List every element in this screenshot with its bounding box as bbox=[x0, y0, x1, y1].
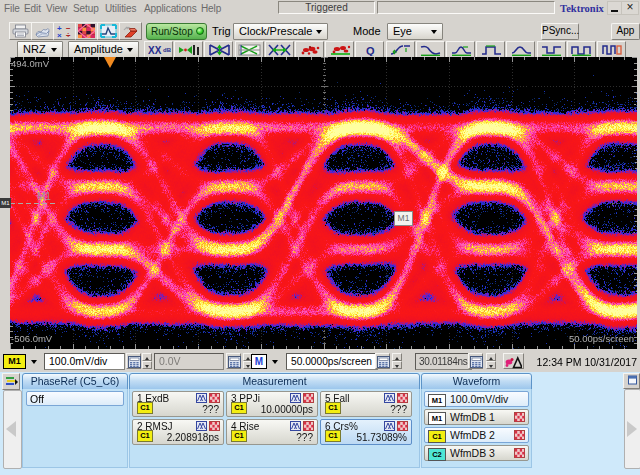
mode-select[interactable]: Eye bbox=[387, 23, 443, 40]
keypad-icon[interactable] bbox=[226, 353, 241, 369]
source-badge: C1 bbox=[137, 402, 153, 414]
measurement-panel-header[interactable]: Measurement bbox=[129, 373, 420, 390]
panel-scroll-right[interactable] bbox=[624, 389, 640, 469]
panel-menu-button[interactable] bbox=[2, 373, 20, 390]
math-button[interactable]: +−×÷ bbox=[53, 22, 76, 40]
chevron-down-icon[interactable] bbox=[27, 354, 41, 368]
chevron-down-icon[interactable] bbox=[268, 354, 282, 368]
phaseref-item-off[interactable]: Off bbox=[26, 391, 124, 406]
vertical-source-badge[interactable]: M1 bbox=[3, 354, 26, 369]
horizontal-scale-spinner[interactable] bbox=[392, 353, 402, 369]
status-cell-empty bbox=[377, 1, 555, 14]
menu-view[interactable]: View bbox=[46, 3, 67, 14]
waveform-position-marker[interactable]: M1 bbox=[0, 198, 11, 208]
trigger-source-select[interactable]: Clock/Prescale bbox=[233, 23, 328, 40]
svg-text:÷: ÷ bbox=[66, 31, 71, 38]
close-button[interactable]: × bbox=[621, 1, 639, 15]
scale-readout-bar: M1 100.0mV/div 0.0V M 50.0000ps/screen 3… bbox=[0, 349, 640, 372]
panel-scroll-left[interactable] bbox=[3, 390, 22, 469]
measurement-cell-3[interactable]: 5 FallC1??? bbox=[320, 391, 412, 417]
run-stop-button[interactable]: Run/Stop bbox=[146, 23, 207, 40]
vertical-scale-field[interactable]: 100.0mV/div bbox=[44, 353, 125, 370]
horizontal-delay-field[interactable]: 30.01184ns bbox=[415, 353, 472, 370]
source-badge: C1 bbox=[231, 402, 247, 414]
psync-button[interactable]: PSync... bbox=[541, 23, 579, 40]
print-icon bbox=[10, 23, 31, 38]
phaseref-panel-header[interactable]: PhaseRef (C5_C6) bbox=[22, 373, 128, 390]
trig-label: Trig bbox=[212, 25, 231, 37]
horizontal-scale-field[interactable]: 50.0000ps/screen bbox=[286, 353, 378, 370]
measure-category-select[interactable]: Amplitude bbox=[68, 41, 139, 58]
keypad-icon[interactable] bbox=[126, 353, 141, 369]
vertical-scale-spinner[interactable] bbox=[142, 353, 152, 369]
waveform-item-1[interactable]: M1100.0mV/div bbox=[424, 391, 529, 407]
svg-text:×: × bbox=[57, 31, 62, 38]
svg-text:XX: XX bbox=[148, 45, 162, 56]
measurement-cell-6[interactable]: 6 Crs%C151.73089% bbox=[320, 419, 412, 445]
keypad-icon bbox=[127, 354, 140, 370]
panel-restore-button[interactable] bbox=[623, 373, 640, 389]
jitter-alert-icon bbox=[504, 354, 523, 371]
menu-setup[interactable]: Setup bbox=[73, 3, 99, 14]
minimize-button[interactable] bbox=[607, 1, 622, 15]
chevron-down-icon[interactable] bbox=[313, 25, 325, 38]
spin-up-icon[interactable] bbox=[486, 353, 496, 361]
menu-utilities[interactable]: Utilities bbox=[105, 3, 136, 14]
chevron-down-icon[interactable] bbox=[428, 25, 440, 38]
spin-down-icon[interactable] bbox=[142, 361, 152, 369]
measurement-panel-body: 1 ExdBC1???3 PPJiC110.00000ps5 FallC1???… bbox=[129, 389, 420, 468]
waveform-source-badge: C1 bbox=[428, 430, 446, 443]
menu-edit[interactable]: Edit bbox=[24, 3, 41, 14]
keypad-icon[interactable] bbox=[468, 353, 483, 369]
hardcopy-button[interactable] bbox=[31, 22, 54, 40]
app-button[interactable]: App bbox=[611, 23, 640, 40]
spin-down-icon[interactable] bbox=[486, 361, 496, 369]
trigger-status: Triggered bbox=[278, 1, 375, 14]
spin-down-icon[interactable] bbox=[392, 361, 402, 369]
keypad-icon[interactable] bbox=[375, 353, 390, 369]
waveform-item-3[interactable]: C1WfmDB 2 bbox=[424, 427, 529, 443]
menu-file[interactable]: File bbox=[4, 3, 20, 14]
wfmdb-icon[interactable] bbox=[514, 430, 525, 442]
measurement-cell-4[interactable]: 2 RMSJC12.208918ps bbox=[132, 419, 224, 445]
jitter-alert-button[interactable] bbox=[503, 353, 524, 369]
timebase-source-badge[interactable]: M bbox=[251, 354, 267, 369]
wfmdb-icon[interactable] bbox=[514, 412, 525, 424]
menu-help[interactable]: Help bbox=[201, 3, 221, 14]
wfmdb-icon[interactable] bbox=[514, 448, 525, 460]
vertical-offset-field[interactable]: 0.0V bbox=[154, 353, 224, 370]
menu-applications[interactable]: Applications bbox=[144, 3, 197, 14]
waveform-item-2[interactable]: M1WfmDB 1 bbox=[424, 409, 529, 425]
waveform-source-badge: C2 bbox=[428, 448, 446, 461]
rise-time-icon bbox=[387, 42, 414, 56]
measurement-cell-1[interactable]: 1 ExdBC1??? bbox=[132, 391, 224, 417]
math-icon: +−×÷ bbox=[54, 23, 75, 38]
eye-height-icon bbox=[205, 42, 232, 56]
trigger-position-marker[interactable] bbox=[104, 57, 116, 68]
scroll-right-icon bbox=[627, 421, 637, 437]
chevron-down-icon[interactable] bbox=[124, 43, 136, 56]
waveform-panel-header[interactable]: Waveform bbox=[421, 373, 532, 390]
chevron-down-icon[interactable] bbox=[48, 43, 60, 56]
signal-type-select[interactable]: NRZ bbox=[17, 41, 63, 58]
spin-up-icon[interactable] bbox=[142, 353, 152, 361]
measurement-cell-5[interactable]: 4 RiseC1??? bbox=[226, 419, 318, 445]
spin-up-icon[interactable] bbox=[392, 353, 402, 361]
waveform-item-label: WfmDB 2 bbox=[450, 429, 495, 441]
horizontal-delay-spinner[interactable] bbox=[486, 353, 496, 369]
keypad-icon bbox=[227, 354, 240, 370]
waveform-flag[interactable]: M1 bbox=[394, 211, 413, 226]
color-grade-button[interactable] bbox=[75, 22, 98, 40]
measurement-cell-2[interactable]: 3 PPJiC110.00000ps bbox=[226, 391, 318, 417]
keypad-icon bbox=[376, 354, 389, 370]
print-button[interactable] bbox=[9, 22, 32, 40]
crossing-percent-icon bbox=[236, 42, 263, 56]
waveform-panel-body: M1100.0mV/divM1WfmDB 1C1WfmDB 2C2WfmDB 3 bbox=[421, 389, 532, 468]
measure-category-value: Amplitude bbox=[74, 43, 123, 55]
waveform-display[interactable]: 494.0mV -506.0mV 50.00ps/screen M1 M1 bbox=[10, 57, 637, 349]
clear-data-button[interactable] bbox=[119, 22, 142, 40]
zoom-waveform-button[interactable] bbox=[97, 22, 120, 40]
svg-text:dB: dB bbox=[163, 47, 171, 53]
waveform-item-4[interactable]: C2WfmDB 3 bbox=[424, 445, 529, 461]
minimize-icon bbox=[611, 10, 618, 12]
